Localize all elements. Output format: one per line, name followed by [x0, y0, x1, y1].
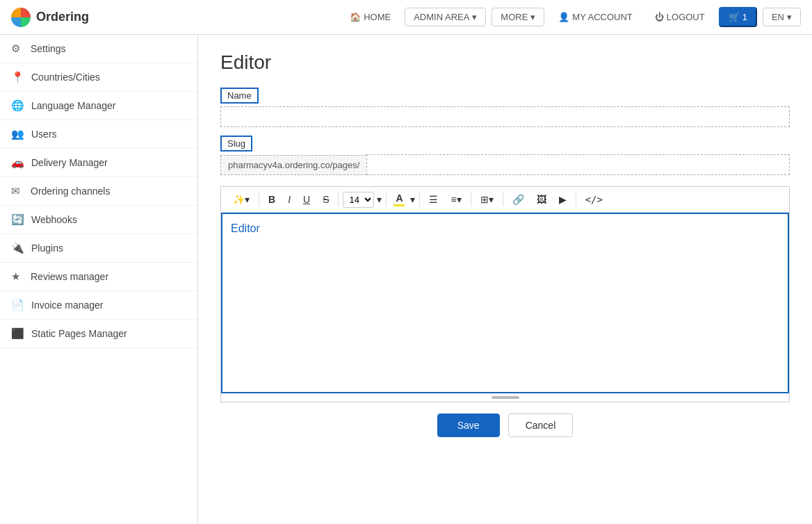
video-button[interactable]: ▶ [554, 192, 571, 207]
separator [503, 193, 503, 206]
chevron-down-icon: ▾ [787, 12, 792, 22]
editor-body[interactable]: Editor [221, 213, 789, 393]
strikethrough-button[interactable]: S [318, 192, 334, 207]
invoice-icon: 📄 [11, 299, 24, 311]
logo-icon [11, 8, 31, 27]
editor-toolbar: ✨▾ B I U S 14 8 10 12 16 18 24 ▾ A [221, 187, 789, 213]
main-content: Editor Name Slug pharmacyv4a.ordering.co… [198, 35, 812, 524]
more-button[interactable]: MORE ▾ [492, 8, 544, 26]
home-link[interactable]: 🏠 HOME [341, 8, 399, 26]
cart-button[interactable]: 🛒 1 [719, 7, 757, 27]
slug-input[interactable] [366, 154, 790, 175]
language-icon: 🌐 [11, 99, 24, 112]
editor-resize-handle[interactable] [221, 393, 789, 402]
name-field-row: Name [220, 88, 790, 127]
cart-icon: 🛒 [729, 12, 740, 22]
separator [471, 193, 471, 206]
italic-button[interactable]: I [283, 192, 295, 207]
underline-button[interactable]: U [298, 192, 315, 207]
logo-area: Ordering [11, 8, 89, 27]
font-color-button[interactable]: A [391, 191, 407, 208]
bullet-list-button[interactable]: ☰ [424, 192, 443, 207]
sidebar-item-settings[interactable]: ⚙ Settings [0, 35, 197, 63]
sidebar-item-users[interactable]: 👥 Users [0, 120, 197, 149]
sidebar-item-webhooks[interactable]: 🔄 Webhooks [0, 206, 197, 234]
webhooks-icon: 🔄 [11, 213, 24, 226]
save-button[interactable]: Save [437, 414, 500, 437]
chevron-down-icon: ▾ [530, 12, 535, 22]
sidebar-item-ordering-channels[interactable]: ✉ Ordering channels [0, 177, 197, 206]
home-icon: 🏠 [350, 12, 361, 22]
link-button[interactable]: 🔗 [508, 192, 529, 207]
name-label: Name [220, 88, 790, 106]
reviews-icon: ★ [11, 270, 24, 283]
delivery-icon: 🚗 [11, 156, 24, 169]
code-button[interactable]: </> [580, 192, 608, 207]
static-pages-icon: ⬛ [11, 327, 24, 340]
font-size-select[interactable]: 14 8 10 12 16 18 24 [343, 192, 374, 208]
resize-bar [492, 396, 519, 399]
logout-link[interactable]: ⏻ LOGOUT [647, 8, 713, 26]
plugins-icon: 🔌 [11, 242, 24, 254]
name-input[interactable] [220, 106, 790, 127]
sidebar-item-delivery[interactable]: 🚗 Delivery Manager [0, 149, 197, 177]
user-icon: 👤 [558, 12, 569, 22]
bold-button[interactable]: B [263, 192, 280, 207]
slug-prefix: pharmacyv4a.ordering.co/pages/ [220, 155, 366, 175]
align-button[interactable]: ≡▾ [446, 192, 466, 207]
location-icon: 📍 [11, 71, 24, 83]
logo-text: Ordering [36, 10, 89, 24]
slug-row: pharmacyv4a.ordering.co/pages/ [220, 154, 790, 175]
table-button[interactable]: ⊞▾ [476, 192, 498, 207]
channels-icon: ✉ [11, 185, 24, 197]
sidebar-item-invoice[interactable]: 📄 Invoice manager [0, 291, 197, 320]
rich-text-editor: ✨▾ B I U S 14 8 10 12 16 18 24 ▾ A [220, 186, 790, 402]
sidebar-item-language[interactable]: 🌐 Language Manager [0, 92, 197, 120]
separator [259, 193, 259, 206]
chevron-down-icon: ▾ [472, 12, 477, 22]
slug-field-row: Slug pharmacyv4a.ordering.co/pages/ [220, 136, 790, 175]
sidebar-item-reviews[interactable]: ★ Reviews manager [0, 263, 197, 291]
separator [338, 193, 339, 206]
power-icon: ⏻ [655, 12, 664, 22]
sidebar-item-countries[interactable]: 📍 Countries/Cities [0, 63, 197, 92]
sidebar-item-static-pages[interactable]: ⬛ Static Pages Manager [0, 320, 197, 348]
users-icon: 👥 [11, 128, 24, 140]
separator [386, 193, 387, 206]
separator [576, 193, 576, 206]
separator [419, 193, 420, 206]
action-buttons: Save Cancel [220, 414, 790, 437]
settings-icon: ⚙ [11, 42, 24, 55]
image-button[interactable]: 🖼 [532, 192, 551, 207]
nav-links: 🏠 HOME ADMIN AREA ▾ MORE ▾ 👤 MY ACCOUNT … [341, 7, 801, 27]
magic-button[interactable]: ✨▾ [228, 192, 254, 207]
page-layout: ⚙ Settings 📍 Countries/Cities 🌐 Language… [0, 35, 812, 524]
sidebar: ⚙ Settings 📍 Countries/Cities 🌐 Language… [0, 35, 198, 524]
editor-content: Editor [231, 222, 260, 234]
top-nav: Ordering 🏠 HOME ADMIN AREA ▾ MORE ▾ 👤 MY… [0, 0, 812, 35]
language-selector[interactable]: EN ▾ [763, 8, 801, 26]
my-account-link[interactable]: 👤 MY ACCOUNT [550, 8, 640, 26]
slug-label: Slug [220, 136, 790, 154]
admin-area-button[interactable]: ADMIN AREA ▾ [405, 8, 486, 26]
page-title: Editor [220, 51, 790, 74]
cancel-button[interactable]: Cancel [508, 414, 574, 437]
sidebar-item-plugins[interactable]: 🔌 Plugins [0, 234, 197, 263]
